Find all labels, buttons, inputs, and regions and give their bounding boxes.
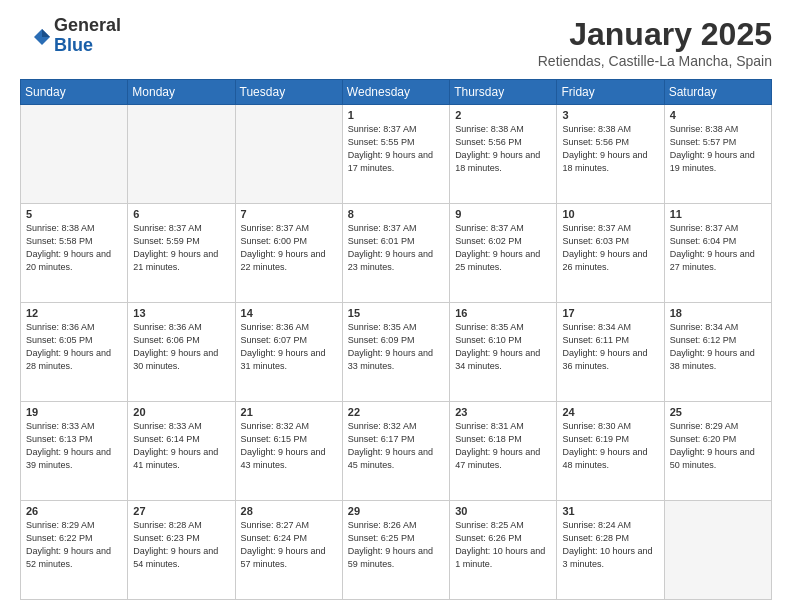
- day-info: Sunrise: 8:38 AMSunset: 5:57 PMDaylight:…: [670, 124, 755, 173]
- title-block: January 2025 Retiendas, Castille-La Manc…: [538, 16, 772, 69]
- day-info: Sunrise: 8:32 AMSunset: 6:15 PMDaylight:…: [241, 421, 326, 470]
- day-number: 5: [26, 208, 122, 220]
- weekday-friday: Friday: [557, 80, 664, 105]
- day-number: 23: [455, 406, 551, 418]
- calendar-cell: 28 Sunrise: 8:27 AMSunset: 6:24 PMDaylig…: [235, 501, 342, 600]
- weekday-wednesday: Wednesday: [342, 80, 449, 105]
- location-subtitle: Retiendas, Castille-La Mancha, Spain: [538, 53, 772, 69]
- day-number: 7: [241, 208, 337, 220]
- weekday-monday: Monday: [128, 80, 235, 105]
- day-number: 8: [348, 208, 444, 220]
- calendar-cell: 20 Sunrise: 8:33 AMSunset: 6:14 PMDaylig…: [128, 402, 235, 501]
- calendar-cell: 14 Sunrise: 8:36 AMSunset: 6:07 PMDaylig…: [235, 303, 342, 402]
- day-number: 21: [241, 406, 337, 418]
- calendar-cell: 15 Sunrise: 8:35 AMSunset: 6:09 PMDaylig…: [342, 303, 449, 402]
- day-info: Sunrise: 8:33 AMSunset: 6:13 PMDaylight:…: [26, 421, 111, 470]
- week-row-5: 26 Sunrise: 8:29 AMSunset: 6:22 PMDaylig…: [21, 501, 772, 600]
- day-info: Sunrise: 8:37 AMSunset: 6:00 PMDaylight:…: [241, 223, 326, 272]
- calendar-cell: 23 Sunrise: 8:31 AMSunset: 6:18 PMDaylig…: [450, 402, 557, 501]
- day-number: 12: [26, 307, 122, 319]
- day-number: 20: [133, 406, 229, 418]
- day-info: Sunrise: 8:33 AMSunset: 6:14 PMDaylight:…: [133, 421, 218, 470]
- day-info: Sunrise: 8:37 AMSunset: 6:01 PMDaylight:…: [348, 223, 433, 272]
- calendar-cell: 25 Sunrise: 8:29 AMSunset: 6:20 PMDaylig…: [664, 402, 771, 501]
- day-info: Sunrise: 8:37 AMSunset: 5:59 PMDaylight:…: [133, 223, 218, 272]
- calendar-cell: 30 Sunrise: 8:25 AMSunset: 6:26 PMDaylig…: [450, 501, 557, 600]
- day-info: Sunrise: 8:31 AMSunset: 6:18 PMDaylight:…: [455, 421, 540, 470]
- day-info: Sunrise: 8:36 AMSunset: 6:06 PMDaylight:…: [133, 322, 218, 371]
- calendar-cell: 26 Sunrise: 8:29 AMSunset: 6:22 PMDaylig…: [21, 501, 128, 600]
- month-title: January 2025: [538, 16, 772, 53]
- day-info: Sunrise: 8:35 AMSunset: 6:09 PMDaylight:…: [348, 322, 433, 371]
- calendar-cell: 27 Sunrise: 8:28 AMSunset: 6:23 PMDaylig…: [128, 501, 235, 600]
- calendar-cell: 2 Sunrise: 8:38 AMSunset: 5:56 PMDayligh…: [450, 105, 557, 204]
- logo-blue: Blue: [54, 36, 121, 56]
- day-info: Sunrise: 8:38 AMSunset: 5:56 PMDaylight:…: [455, 124, 540, 173]
- day-number: 3: [562, 109, 658, 121]
- day-number: 14: [241, 307, 337, 319]
- calendar-cell: [21, 105, 128, 204]
- day-number: 10: [562, 208, 658, 220]
- calendar-body: 1 Sunrise: 8:37 AMSunset: 5:55 PMDayligh…: [21, 105, 772, 600]
- day-info: Sunrise: 8:24 AMSunset: 6:28 PMDaylight:…: [562, 520, 652, 569]
- day-number: 4: [670, 109, 766, 121]
- week-row-1: 1 Sunrise: 8:37 AMSunset: 5:55 PMDayligh…: [21, 105, 772, 204]
- calendar-cell: 1 Sunrise: 8:37 AMSunset: 5:55 PMDayligh…: [342, 105, 449, 204]
- calendar-cell: 21 Sunrise: 8:32 AMSunset: 6:15 PMDaylig…: [235, 402, 342, 501]
- logo-icon: [20, 21, 50, 51]
- day-number: 9: [455, 208, 551, 220]
- calendar-cell: 12 Sunrise: 8:36 AMSunset: 6:05 PMDaylig…: [21, 303, 128, 402]
- day-info: Sunrise: 8:30 AMSunset: 6:19 PMDaylight:…: [562, 421, 647, 470]
- weekday-tuesday: Tuesday: [235, 80, 342, 105]
- logo-text: General Blue: [54, 16, 121, 56]
- day-number: 24: [562, 406, 658, 418]
- day-number: 17: [562, 307, 658, 319]
- calendar-cell: 5 Sunrise: 8:38 AMSunset: 5:58 PMDayligh…: [21, 204, 128, 303]
- calendar-cell: 3 Sunrise: 8:38 AMSunset: 5:56 PMDayligh…: [557, 105, 664, 204]
- calendar-cell: 9 Sunrise: 8:37 AMSunset: 6:02 PMDayligh…: [450, 204, 557, 303]
- day-info: Sunrise: 8:37 AMSunset: 5:55 PMDaylight:…: [348, 124, 433, 173]
- day-number: 29: [348, 505, 444, 517]
- day-info: Sunrise: 8:36 AMSunset: 6:07 PMDaylight:…: [241, 322, 326, 371]
- logo: General Blue: [20, 16, 121, 56]
- calendar-cell: 6 Sunrise: 8:37 AMSunset: 5:59 PMDayligh…: [128, 204, 235, 303]
- day-number: 16: [455, 307, 551, 319]
- day-number: 18: [670, 307, 766, 319]
- day-number: 30: [455, 505, 551, 517]
- day-info: Sunrise: 8:28 AMSunset: 6:23 PMDaylight:…: [133, 520, 218, 569]
- day-info: Sunrise: 8:38 AMSunset: 5:58 PMDaylight:…: [26, 223, 111, 272]
- day-number: 19: [26, 406, 122, 418]
- weekday-header-row: SundayMondayTuesdayWednesdayThursdayFrid…: [21, 80, 772, 105]
- day-number: 31: [562, 505, 658, 517]
- page: General Blue January 2025 Retiendas, Cas…: [0, 0, 792, 612]
- day-number: 15: [348, 307, 444, 319]
- day-info: Sunrise: 8:34 AMSunset: 6:11 PMDaylight:…: [562, 322, 647, 371]
- logo-general: General: [54, 16, 121, 36]
- day-number: 6: [133, 208, 229, 220]
- day-info: Sunrise: 8:27 AMSunset: 6:24 PMDaylight:…: [241, 520, 326, 569]
- calendar-cell: [128, 105, 235, 204]
- day-info: Sunrise: 8:35 AMSunset: 6:10 PMDaylight:…: [455, 322, 540, 371]
- day-info: Sunrise: 8:38 AMSunset: 5:56 PMDaylight:…: [562, 124, 647, 173]
- day-number: 26: [26, 505, 122, 517]
- day-info: Sunrise: 8:37 AMSunset: 6:02 PMDaylight:…: [455, 223, 540, 272]
- calendar-cell: [235, 105, 342, 204]
- calendar-cell: 13 Sunrise: 8:36 AMSunset: 6:06 PMDaylig…: [128, 303, 235, 402]
- weekday-thursday: Thursday: [450, 80, 557, 105]
- day-number: 11: [670, 208, 766, 220]
- day-number: 2: [455, 109, 551, 121]
- calendar-cell: 10 Sunrise: 8:37 AMSunset: 6:03 PMDaylig…: [557, 204, 664, 303]
- calendar-table: SundayMondayTuesdayWednesdayThursdayFrid…: [20, 79, 772, 600]
- calendar-cell: 18 Sunrise: 8:34 AMSunset: 6:12 PMDaylig…: [664, 303, 771, 402]
- day-info: Sunrise: 8:37 AMSunset: 6:04 PMDaylight:…: [670, 223, 755, 272]
- day-info: Sunrise: 8:34 AMSunset: 6:12 PMDaylight:…: [670, 322, 755, 371]
- day-info: Sunrise: 8:25 AMSunset: 6:26 PMDaylight:…: [455, 520, 545, 569]
- calendar-cell: 31 Sunrise: 8:24 AMSunset: 6:28 PMDaylig…: [557, 501, 664, 600]
- calendar-cell: 22 Sunrise: 8:32 AMSunset: 6:17 PMDaylig…: [342, 402, 449, 501]
- svg-marker-1: [42, 29, 50, 37]
- day-info: Sunrise: 8:37 AMSunset: 6:03 PMDaylight:…: [562, 223, 647, 272]
- day-number: 27: [133, 505, 229, 517]
- calendar-cell: 7 Sunrise: 8:37 AMSunset: 6:00 PMDayligh…: [235, 204, 342, 303]
- calendar-cell: 29 Sunrise: 8:26 AMSunset: 6:25 PMDaylig…: [342, 501, 449, 600]
- calendar-cell: 19 Sunrise: 8:33 AMSunset: 6:13 PMDaylig…: [21, 402, 128, 501]
